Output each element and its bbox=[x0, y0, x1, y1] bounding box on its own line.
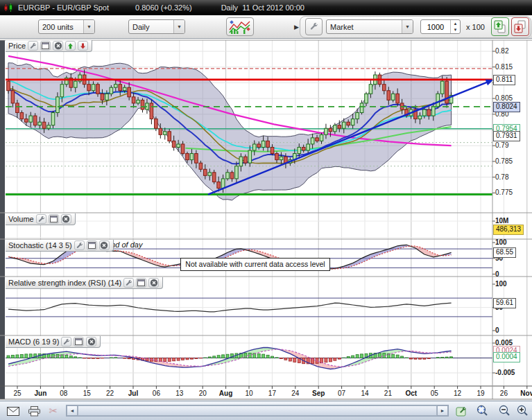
close-icon[interactable] bbox=[99, 240, 110, 250]
horizontal-scrollbar[interactable]: ◄ ► bbox=[66, 405, 449, 417]
wrench-icon bbox=[309, 22, 318, 31]
rsi-panel-header: Relative strength index (RSI) (14) bbox=[6, 277, 163, 289]
email-icon[interactable] bbox=[6, 404, 21, 418]
wrench-icon[interactable] bbox=[28, 41, 38, 51]
stepper-down-icon[interactable]: ▼ bbox=[451, 27, 460, 34]
order-type-value: Market bbox=[327, 23, 402, 31]
volume-value-box: 486,313 bbox=[493, 225, 524, 235]
wrench-icon[interactable] bbox=[74, 240, 85, 250]
x-axis-label: 22 bbox=[106, 390, 114, 397]
group-expander-arrow-icon[interactable]: ▶ bbox=[294, 24, 299, 30]
zoom-in-icon[interactable] bbox=[515, 404, 530, 418]
buy-order-button[interactable] bbox=[491, 17, 509, 36]
print-icon[interactable] bbox=[26, 404, 42, 418]
x-axis-label: 21 bbox=[384, 390, 393, 397]
order-type-dropdown[interactable]: Market ▼ bbox=[326, 19, 413, 34]
close-icon[interactable] bbox=[86, 337, 96, 347]
quantity-value: 1000 bbox=[421, 20, 450, 33]
window-title: EURGBP - EUR/GBP Spot bbox=[18, 3, 109, 12]
price-value-box: 0.8024 bbox=[493, 102, 520, 112]
macd-value-box: 0.0004 bbox=[493, 352, 520, 362]
chart-settings-icon[interactable] bbox=[454, 404, 469, 418]
stochastic-axis-label: 100 bbox=[495, 238, 507, 246]
price-axis-label: 0.79 bbox=[495, 141, 508, 149]
close-icon[interactable] bbox=[61, 214, 71, 224]
chevron-down-icon[interactable]: ▼ bbox=[83, 20, 94, 33]
stepper-up-icon[interactable]: ▲ bbox=[451, 20, 460, 27]
price-axis-label: 0.785 bbox=[495, 157, 513, 165]
price-panel-header: Price bbox=[6, 40, 92, 52]
volume-panel-header: Volume bbox=[6, 213, 76, 225]
x-axis-label: 06 bbox=[153, 390, 161, 397]
title-bar: EURGBP - EUR/GBP Spot 0.8060 (+0.32%) Da… bbox=[0, 0, 532, 15]
x-axis-label: 24 bbox=[291, 390, 300, 397]
stochastic-panel-header: Stochastic (14 3 5) bbox=[6, 240, 114, 252]
detach-window-icon[interactable] bbox=[74, 337, 84, 347]
move-panel-up-icon[interactable] bbox=[65, 41, 76, 51]
x-axis-label: 26 bbox=[500, 390, 508, 397]
volume-panel-label: Volume bbox=[8, 215, 34, 223]
units-value: 200 units bbox=[39, 23, 83, 31]
detach-window-icon[interactable] bbox=[136, 278, 146, 288]
zoom-out-icon[interactable] bbox=[497, 404, 512, 418]
x-axis-label: 17 bbox=[268, 390, 277, 397]
x-axis-label: 13 bbox=[175, 390, 184, 397]
macd-panel-header: MACD (6 19 9) bbox=[6, 336, 101, 348]
x-axis-label: 12 bbox=[454, 390, 462, 397]
chart-style-button[interactable] bbox=[226, 17, 254, 36]
chart-region: 25Jun081522Jul061320Aug101724Sep071421Oc… bbox=[0, 39, 532, 401]
period-and-datetime: Daily 11 Oct 2012 00:00 bbox=[221, 3, 304, 12]
move-panel-down-icon[interactable] bbox=[78, 41, 88, 51]
x-axis-label: Oct bbox=[405, 390, 417, 397]
stochastic-axis-label: 0 bbox=[495, 270, 499, 278]
detach-window-icon[interactable] bbox=[40, 41, 51, 51]
detach-window-icon[interactable] bbox=[49, 214, 59, 224]
stochastic-value-box: 68.55 bbox=[493, 247, 516, 258]
rsi-axis-label: 0 bbox=[495, 326, 499, 334]
status-bar: ✂ ◄ ► bbox=[0, 401, 532, 420]
chevron-down-icon[interactable]: ▼ bbox=[402, 20, 413, 33]
rsi-value-box: 59.61 bbox=[493, 298, 516, 308]
scroll-right-icon[interactable]: ► bbox=[437, 405, 448, 416]
quantity-stepper[interactable]: 1000 ▲▼ bbox=[420, 19, 461, 34]
cut-icon: ✂ bbox=[46, 404, 61, 418]
x-axis-label: Nov bbox=[520, 390, 532, 397]
close-icon[interactable] bbox=[53, 41, 63, 51]
buy-arrow-icon bbox=[494, 20, 506, 33]
x-axis-label: 07 bbox=[338, 390, 346, 397]
price-value-box: 0.811 bbox=[493, 75, 515, 85]
timeframe-dropdown[interactable]: Daily ▼ bbox=[128, 19, 185, 34]
x-axis-label: Sep bbox=[312, 390, 325, 397]
x-axis-label: Aug bbox=[219, 390, 232, 397]
chart-style-icon bbox=[228, 19, 252, 35]
wrench-icon[interactable] bbox=[61, 337, 71, 347]
units-dropdown[interactable]: 200 units ▼ bbox=[38, 19, 95, 34]
sell-order-button[interactable] bbox=[511, 17, 529, 36]
detach-window-icon[interactable] bbox=[87, 240, 97, 250]
x-axis-label: 25 bbox=[13, 390, 22, 397]
price-axis-label: 0.78 bbox=[495, 173, 508, 181]
scrollbar-thumb[interactable] bbox=[78, 405, 437, 416]
wrench-icon[interactable] bbox=[36, 214, 46, 224]
order-settings-button[interactable] bbox=[305, 18, 323, 35]
x-axis-label: Jul bbox=[128, 390, 139, 397]
price-value-box: 0.7931 bbox=[493, 131, 520, 141]
x-axis-label: 20 bbox=[199, 390, 207, 397]
zoom-drag-icon[interactable] bbox=[474, 404, 490, 418]
x-axis-label: 08 bbox=[60, 390, 68, 397]
chevron-down-icon[interactable]: ▼ bbox=[173, 20, 185, 33]
x-axis-label: 05 bbox=[431, 390, 439, 397]
x-axis-label: 15 bbox=[83, 390, 92, 397]
wrench-icon[interactable] bbox=[123, 278, 134, 288]
sell-arrow-icon bbox=[514, 20, 526, 33]
x-axis-label: 19 bbox=[477, 390, 485, 397]
macd-axis-label: -0.005 bbox=[495, 369, 515, 376]
x-axis-label: 14 bbox=[361, 390, 369, 397]
scroll-left-icon[interactable]: ◄ bbox=[67, 405, 78, 416]
application-window: EURGBP - EUR/GBP Spot 0.8060 (+0.32%) Da… bbox=[0, 0, 532, 420]
price-axis-label: 0.775 bbox=[495, 189, 513, 196]
x-axis-label: Jun bbox=[35, 390, 47, 397]
quote-value: 0.8060 (+0.32%) bbox=[135, 3, 192, 12]
candlestick-app-icon bbox=[3, 3, 14, 12]
close-icon[interactable] bbox=[148, 278, 159, 288]
